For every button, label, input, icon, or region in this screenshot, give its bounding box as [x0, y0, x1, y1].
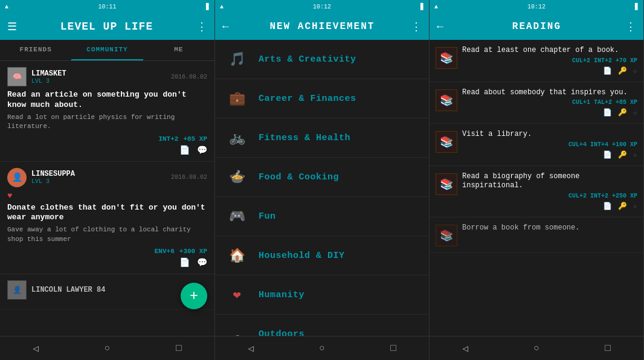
ach-title-4: Read a biography of someone inspirationa…: [462, 172, 637, 191]
back-button-3[interactable]: ◁: [452, 340, 478, 357]
nav-tabs: FRIENDS COMMUNITY ME: [0, 40, 214, 61]
ach-content-1: Read at least one chapter of a book. CUL…: [462, 46, 637, 76]
time-1: 10:11: [98, 4, 116, 10]
avatar-1: 🧠: [7, 67, 27, 86]
category-fun[interactable]: 🎮 Fun: [215, 197, 429, 236]
recent-button-2[interactable]: □: [381, 341, 406, 356]
ach-content-4: Read a biography of someone inspirationa…: [462, 172, 637, 211]
tab-friends[interactable]: FRIENDS: [0, 40, 71, 60]
ach-title-1: Read at least one chapter of a book.: [462, 46, 637, 56]
fab-button[interactable]: +: [181, 283, 207, 309]
category-arts[interactable]: 🎵 Arts & Creativity: [215, 40, 429, 79]
tab-me[interactable]: ME: [143, 40, 214, 60]
user-level-1: LVL 3: [31, 78, 171, 85]
ach-scroll-icon-1[interactable]: 📄: [603, 66, 612, 76]
comment-icon-1[interactable]: 💬: [197, 145, 207, 155]
ach-key-icon-1[interactable]: 🔑: [618, 66, 627, 76]
humanity-icon: ❤️: [224, 281, 250, 308]
ach-star-icon-4[interactable]: ☆: [633, 202, 637, 211]
signal-icon-2: ▲: [220, 4, 224, 10]
phone-3: ▲ 10:12 ▊ ← READING ⋮ 📚 Read at least on…: [430, 0, 644, 360]
ach-scroll-icon-2[interactable]: 📄: [603, 108, 612, 117]
stat-xp-2: +300 XP: [179, 248, 207, 255]
more-menu-icon-3[interactable]: ⋮: [625, 20, 636, 33]
hamburger-icon[interactable]: ☰: [7, 20, 17, 33]
feed-stats-2: ENV+6 +300 XP: [7, 248, 207, 255]
feed-title-1: Read an article on something you don't k…: [7, 90, 207, 111]
username-2: Linsesuppa: [31, 170, 171, 178]
ach-title-2: Read about somebody that inspires you.: [462, 88, 637, 98]
recent-button-1[interactable]: □: [166, 341, 192, 356]
category-outdoors[interactable]: ☁️ Outdoors: [215, 315, 429, 336]
arts-label: Arts & Creativity: [259, 54, 356, 65]
share-icon-1[interactable]: 📄: [179, 145, 190, 155]
ach-star-icon-1[interactable]: ☆: [633, 66, 637, 76]
feed-user-row-1: 🧠 Limasket LVL 3 2016.08.02: [7, 67, 207, 86]
ach-stats-1: CUL+2 INT+2 +70 XP: [462, 57, 637, 64]
category-household[interactable]: 🏠 Household & DIY: [215, 236, 429, 275]
ach-stat-cul-1: CUL+2: [572, 57, 590, 64]
ach-icon-4: 📚: [436, 173, 457, 195]
feed-date-2: 2016.08.02: [171, 174, 207, 181]
feed-user-row-2: 👤 Linsesuppa LVL 3 2016.08.02: [7, 168, 207, 187]
back-button-2[interactable]: ◁: [238, 340, 263, 357]
household-label: Household & DIY: [259, 251, 345, 261]
home-button-2[interactable]: ○: [309, 341, 335, 356]
career-label: Career & Finances: [259, 94, 356, 104]
ach-key-icon-2[interactable]: 🔑: [618, 108, 627, 117]
status-left-1: ▲: [5, 4, 8, 10]
signal-icon: ▲: [5, 4, 8, 10]
achievement-list: 📚 Read at least one chapter of a book. C…: [430, 40, 643, 336]
more-menu-icon-1[interactable]: ⋮: [196, 20, 207, 33]
back-icon-2[interactable]: ←: [222, 21, 229, 33]
ach-icons-3: 📄 🔑 ☆: [462, 150, 637, 159]
recent-button-3[interactable]: □: [595, 341, 620, 356]
feed-item-2: 👤 Linsesuppa LVL 3 2016.08.02 ♥ Donate c…: [0, 162, 214, 275]
time-3: 10:12: [527, 4, 546, 10]
category-humanity[interactable]: ❤️ Humanity: [215, 275, 429, 315]
household-icon: 🏠: [224, 242, 250, 269]
ach-star-icon-3[interactable]: ☆: [633, 150, 637, 159]
status-right-2: ▊: [420, 3, 424, 10]
ach-star-icon-2[interactable]: ☆: [633, 108, 637, 117]
back-icon-3[interactable]: ←: [437, 21, 443, 33]
feed-stats-1: INT+2 +85 XP: [7, 135, 207, 143]
category-fitness[interactable]: 🚲 Fitness & Health: [215, 118, 429, 158]
app-header-3: ← READING ⋮: [430, 13, 643, 40]
more-menu-icon-2[interactable]: ⋮: [411, 20, 422, 33]
ach-stats-3: CUL+4 INT+4 +100 XP: [462, 141, 637, 148]
ach-stat-int-3: INT+4: [590, 141, 608, 148]
status-bar-1: ▲ 10:11 ▊: [0, 0, 214, 13]
home-button-3[interactable]: ○: [524, 341, 549, 356]
ach-scroll-icon-4[interactable]: 📄: [603, 202, 612, 211]
arts-icon: 🎵: [224, 46, 250, 72]
home-button-1[interactable]: ○: [95, 341, 120, 356]
signal-icon-3: ▲: [434, 4, 438, 10]
category-food[interactable]: 🍲 Food & Cooking: [215, 158, 429, 197]
career-icon: 💼: [224, 85, 250, 112]
ach-stat-xp-3: +100 XP: [612, 141, 637, 148]
back-button-1[interactable]: ◁: [23, 340, 48, 357]
ach-stats-2: CUL+1 TAL+2 +85 XP: [462, 99, 637, 106]
humanity-label: Humanity: [259, 290, 304, 300]
tab-community[interactable]: COMMUNITY: [71, 40, 143, 60]
ach-stat-xp-4: +250 XP: [612, 193, 637, 199]
fitness-icon: 🚲: [224, 124, 250, 151]
ach-icon-5: 📚: [436, 225, 457, 246]
ach-scroll-icon-3[interactable]: 📄: [603, 150, 612, 159]
stat-xp-1: +85 XP: [183, 135, 207, 143]
ach-key-icon-4[interactable]: 🔑: [618, 202, 627, 211]
ach-icon-1: 📚: [436, 47, 457, 69]
ach-key-icon-3[interactable]: 🔑: [618, 150, 627, 159]
status-bar-2: ▲ 10:12 ▊: [215, 0, 429, 13]
comment-icon-2[interactable]: 💬: [197, 257, 207, 268]
ach-icons-4: 📄 🔑 ☆: [462, 202, 637, 211]
ach-icons-1: 📄 🔑 ☆: [462, 66, 637, 76]
share-icon-2[interactable]: 📄: [179, 257, 190, 268]
category-career[interactable]: 💼 Career & Finances: [215, 79, 429, 118]
achievement-4: 📚 Read a biography of someone inspiratio…: [430, 166, 643, 217]
ach-stat-cul-4: CUL+2: [568, 193, 587, 199]
food-icon: 🍲: [224, 164, 250, 190]
ach-stat-cul-3: CUL+4: [568, 141, 587, 148]
stat-env-2: ENV+6: [155, 248, 175, 255]
